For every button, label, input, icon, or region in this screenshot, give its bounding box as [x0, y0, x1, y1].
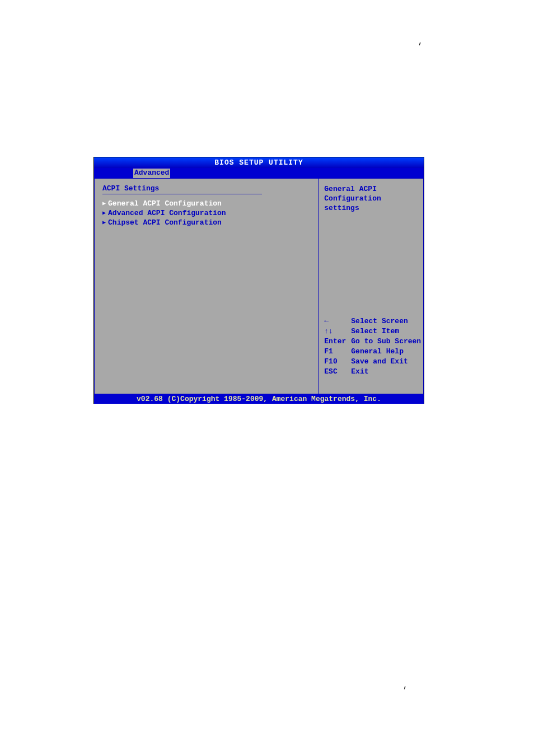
menu-item-label: General ACPI Configuration	[108, 199, 222, 208]
key-action: Exit	[351, 367, 368, 377]
key-action: Go to Sub Screen	[351, 337, 421, 347]
key-action: Save and Exit	[351, 357, 407, 367]
menu-item-general-acpi[interactable]: ▶ General ACPI Configuration	[102, 199, 310, 208]
key-action: Select Item	[351, 326, 399, 337]
tab-advanced[interactable]: Advanced	[133, 169, 170, 178]
left-panel: ACPI Settings ▶ General ACPI Configurati…	[94, 178, 318, 394]
key-label: ESC	[324, 367, 351, 377]
key-label: Enter	[324, 337, 351, 347]
key-label: F10	[324, 357, 351, 367]
key-label: F1	[324, 347, 351, 357]
key-label: ↑↓	[324, 326, 351, 337]
stray-comma-2: ,	[403, 681, 407, 690]
title-bar: BIOS SETUP UTILITY	[94, 157, 424, 168]
key-row-exit: ESC Exit	[324, 367, 421, 377]
key-action: General Help	[351, 347, 404, 357]
help-text-line2: Configuration settings	[324, 194, 418, 213]
menu-item-advanced-acpi[interactable]: ▶ Advanced ACPI Configuration	[102, 208, 310, 218]
key-label: ←	[324, 316, 351, 326]
key-row-sub-screen: Enter Go to Sub Screen	[324, 337, 421, 347]
key-action: Select Screen	[351, 316, 407, 326]
triangle-right-icon: ▶	[102, 208, 106, 218]
key-row-save-exit: F10 Save and Exit	[324, 357, 421, 367]
triangle-right-icon: ▶	[102, 199, 106, 208]
menu-item-chipset-acpi[interactable]: ▶ Chipset ACPI Configuration	[102, 218, 310, 227]
menu-item-label: Chipset ACPI Configuration	[108, 218, 222, 227]
stray-comma-1: ,	[418, 37, 423, 46]
right-panel: General ACPI Configuration settings ← Se…	[318, 178, 424, 394]
tab-bar: Advanced	[94, 168, 424, 178]
bios-window: BIOS SETUP UTILITY Advanced ACPI Setting…	[93, 157, 424, 404]
keys-section: ← Select Screen ↑↓ Select Item Enter Go …	[324, 316, 421, 377]
key-row-select-screen: ← Select Screen	[324, 316, 421, 326]
section-underline	[102, 194, 262, 194]
section-title: ACPI Settings	[102, 184, 310, 193]
help-text-line1: General ACPI	[324, 184, 418, 194]
triangle-right-icon: ▶	[102, 218, 106, 227]
content-area: ACPI Settings ▶ General ACPI Configurati…	[94, 178, 424, 394]
key-row-select-item: ↑↓ Select Item	[324, 326, 421, 337]
key-row-help: F1 General Help	[324, 347, 421, 357]
menu-item-label: Advanced ACPI Configuration	[108, 208, 226, 218]
footer-bar: v02.68 (C)Copyright 1985-2009, American …	[94, 394, 424, 404]
